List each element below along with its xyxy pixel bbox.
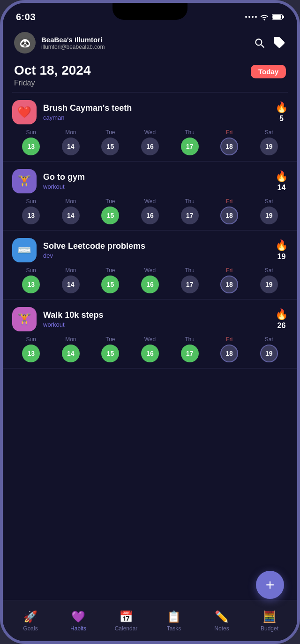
- day-col: Sat19: [250, 198, 288, 224]
- day-circle[interactable]: 15: [101, 345, 119, 362]
- day-col: Fri18: [210, 267, 248, 293]
- flame-icon: 🔥: [275, 101, 288, 114]
- day-col: Sun13: [12, 267, 50, 293]
- goals-nav-label: Goals: [23, 625, 38, 632]
- day-circle[interactable]: 17: [181, 345, 199, 362]
- day-label: Tue: [105, 129, 115, 136]
- header-bar: 🐼 BeaBea's Illumtori illumtori@beabealab…: [3, 27, 297, 59]
- habit-left: ⌨️Solve Leetcode problemsdev: [12, 238, 145, 262]
- user-info: BeaBea's Illumtori illumtori@beabealab.c…: [41, 36, 105, 50]
- flame-icon: 🔥: [275, 308, 288, 321]
- day-label: Wed: [144, 129, 156, 136]
- add-habit-fab[interactable]: +: [256, 571, 284, 599]
- habit-header: ⌨️Solve Leetcode problemsdev🔥19: [12, 238, 288, 262]
- habit-header: 🏋️Go to gymworkout🔥14: [12, 169, 288, 193]
- today-button[interactable]: Today: [251, 65, 286, 78]
- nav-item-goals[interactable]: 🚀Goals: [7, 610, 54, 632]
- day-col: Sat19: [250, 267, 288, 293]
- day-label: Fri: [226, 267, 232, 274]
- day-circle[interactable]: 13: [22, 138, 40, 155]
- habit-item-walk[interactable]: 🏋️Walk 10k stepsworkout🔥26Sun13Mon14Tue1…: [3, 299, 297, 368]
- habit-icon: 🏋️: [12, 307, 37, 331]
- day-circle[interactable]: 15: [101, 207, 119, 224]
- flame-icon: 🔥: [275, 239, 288, 252]
- tag-icon[interactable]: [273, 37, 286, 49]
- search-icon[interactable]: [253, 37, 265, 49]
- habit-streak: 🔥19: [275, 239, 288, 261]
- day-circle[interactable]: 14: [62, 207, 80, 224]
- habit-item-leetcode[interactable]: ⌨️Solve Leetcode problemsdev🔥19Sun13Mon1…: [3, 230, 297, 299]
- day-circle[interactable]: 15: [101, 276, 119, 293]
- calendar-nav-label: Calendar: [115, 625, 138, 632]
- day-col: Tue15: [91, 336, 129, 362]
- habit-title: Go to gym: [43, 172, 85, 182]
- status-time: 6:03: [16, 12, 36, 23]
- notes-nav-icon: ✏️: [215, 610, 229, 623]
- notes-nav-label: Notes: [214, 625, 229, 632]
- day-circle[interactable]: 13: [22, 345, 40, 362]
- flame-icon: 🔥: [275, 170, 288, 183]
- day-circle[interactable]: 17: [181, 276, 199, 293]
- svg-rect-1: [272, 15, 281, 19]
- day-circle[interactable]: 13: [22, 207, 40, 224]
- streak-count: 5: [279, 115, 284, 123]
- day-circle[interactable]: 19: [260, 345, 278, 362]
- phone-frame: 6:03 🐼 BeaBea's Illumtori illumtori@beab…: [0, 0, 300, 644]
- day-col: Thu17: [171, 267, 209, 293]
- day-col: Wed16: [131, 267, 169, 293]
- day-circle[interactable]: 14: [62, 276, 80, 293]
- day-circle[interactable]: 18: [220, 345, 238, 362]
- day-circle[interactable]: 14: [62, 345, 80, 362]
- day-label: Thu: [185, 129, 195, 136]
- nav-item-habits[interactable]: 💜Habits: [54, 610, 102, 632]
- nav-item-calendar[interactable]: 📅Calendar: [102, 610, 150, 632]
- day-label: Wed: [144, 336, 156, 343]
- day-col: Wed16: [131, 336, 169, 362]
- day-col: Mon14: [52, 129, 90, 155]
- habit-left: ❤️Brush Cayman's teethcayman: [12, 100, 132, 124]
- day-col: Fri18: [210, 336, 248, 362]
- day-circle[interactable]: 16: [141, 207, 159, 224]
- day-circle[interactable]: 16: [141, 276, 159, 293]
- nav-item-notes[interactable]: ✏️Notes: [198, 610, 246, 632]
- day-label: Thu: [185, 198, 195, 205]
- day-circle[interactable]: 18: [220, 138, 238, 155]
- day-circle[interactable]: 18: [220, 207, 238, 224]
- habit-left: 🏋️Go to gymworkout: [12, 169, 85, 193]
- habit-header: ❤️Brush Cayman's teethcayman🔥5: [12, 100, 288, 124]
- avatar[interactable]: 🐼: [14, 32, 36, 54]
- habit-info: Brush Cayman's teethcayman: [43, 103, 132, 121]
- plus-icon: +: [266, 577, 275, 592]
- day-circle[interactable]: 13: [22, 276, 40, 293]
- habit-item-gym[interactable]: 🏋️Go to gymworkout🔥14Sun13Mon14Tue15Wed1…: [3, 161, 297, 230]
- day-circle[interactable]: 17: [181, 138, 199, 155]
- day-circle[interactable]: 16: [141, 345, 159, 362]
- day-circle[interactable]: 14: [62, 138, 80, 155]
- day-circle[interactable]: 18: [220, 276, 238, 293]
- budget-nav-label: Budget: [261, 625, 278, 632]
- week-row: Sun13Mon14Tue15Wed16Thu17Fri18Sat19: [12, 267, 288, 293]
- day-col: Tue15: [91, 267, 129, 293]
- day-circle[interactable]: 15: [101, 138, 119, 155]
- nav-item-budget[interactable]: 🧮Budget: [246, 610, 293, 632]
- habit-item-brush[interactable]: ❤️Brush Cayman's teethcayman🔥5Sun13Mon14…: [3, 92, 297, 161]
- day-circle[interactable]: 19: [260, 138, 278, 155]
- day-circle[interactable]: 19: [260, 207, 278, 224]
- day-label: Mon: [65, 336, 76, 343]
- day-col: Thu17: [171, 198, 209, 224]
- date-section: Oct 18, 2024 Friday Today: [3, 59, 297, 92]
- day-col: Mon14: [52, 336, 90, 362]
- date-text: Oct 18, 2024: [14, 63, 90, 78]
- notch: [112, 3, 188, 20]
- day-col: Sat19: [250, 336, 288, 362]
- day-label: Fri: [226, 129, 232, 136]
- nav-item-tasks[interactable]: 📋Tasks: [150, 610, 198, 632]
- day-circle[interactable]: 17: [181, 207, 199, 224]
- day-circle[interactable]: 19: [260, 276, 278, 293]
- bottom-nav: 🚀Goals💜Habits📅Calendar📋Tasks✏️Notes🧮Budg…: [3, 600, 297, 641]
- day-circle[interactable]: 16: [141, 138, 159, 155]
- date-left: Oct 18, 2024 Friday: [14, 63, 90, 87]
- tasks-nav-label: Tasks: [167, 625, 181, 632]
- streak-count: 14: [278, 184, 286, 192]
- habit-info: Solve Leetcode problemsdev: [43, 241, 145, 259]
